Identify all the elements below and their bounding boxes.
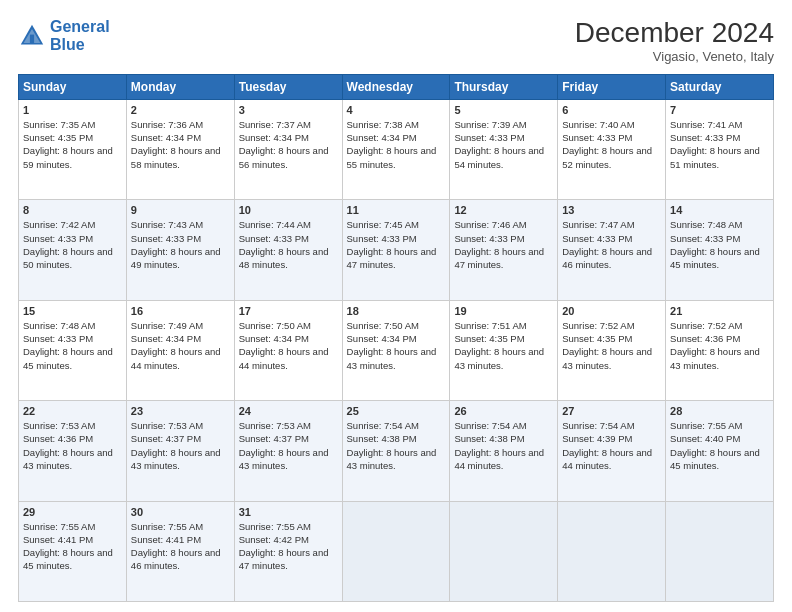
day-number: 18 (347, 305, 446, 317)
cell-text: Sunrise: 7:54 AMSunset: 4:38 PMDaylight:… (454, 420, 544, 471)
table-row: 23Sunrise: 7:53 AMSunset: 4:37 PMDayligh… (126, 401, 234, 501)
table-row: 29Sunrise: 7:55 AMSunset: 4:41 PMDayligh… (19, 501, 127, 601)
day-number: 31 (239, 506, 338, 518)
col-sunday: Sunday (19, 74, 127, 99)
table-row: 30Sunrise: 7:55 AMSunset: 4:41 PMDayligh… (126, 501, 234, 601)
table-row (666, 501, 774, 601)
table-row: 22Sunrise: 7:53 AMSunset: 4:36 PMDayligh… (19, 401, 127, 501)
table-row: 2Sunrise: 7:36 AMSunset: 4:34 PMDaylight… (126, 99, 234, 199)
cell-text: Sunrise: 7:55 AMSunset: 4:40 PMDaylight:… (670, 420, 760, 471)
day-number: 12 (454, 204, 553, 216)
cell-text: Sunrise: 7:55 AMSunset: 4:41 PMDaylight:… (23, 521, 113, 572)
table-row: 3Sunrise: 7:37 AMSunset: 4:34 PMDaylight… (234, 99, 342, 199)
day-number: 20 (562, 305, 661, 317)
cell-text: Sunrise: 7:35 AMSunset: 4:35 PMDaylight:… (23, 119, 113, 170)
cell-text: Sunrise: 7:54 AMSunset: 4:38 PMDaylight:… (347, 420, 437, 471)
title-block: December 2024 Vigasio, Veneto, Italy (575, 18, 774, 64)
table-row: 20Sunrise: 7:52 AMSunset: 4:35 PMDayligh… (558, 300, 666, 400)
day-number: 4 (347, 104, 446, 116)
table-row: 21Sunrise: 7:52 AMSunset: 4:36 PMDayligh… (666, 300, 774, 400)
calendar-header-row: Sunday Monday Tuesday Wednesday Thursday… (19, 74, 774, 99)
logo-line2: Blue (50, 36, 85, 53)
day-number: 3 (239, 104, 338, 116)
cell-text: Sunrise: 7:41 AMSunset: 4:33 PMDaylight:… (670, 119, 760, 170)
day-number: 16 (131, 305, 230, 317)
day-number: 19 (454, 305, 553, 317)
day-number: 10 (239, 204, 338, 216)
table-row: 31Sunrise: 7:55 AMSunset: 4:42 PMDayligh… (234, 501, 342, 601)
cell-text: Sunrise: 7:48 AMSunset: 4:33 PMDaylight:… (670, 219, 760, 270)
day-number: 30 (131, 506, 230, 518)
cell-text: Sunrise: 7:44 AMSunset: 4:33 PMDaylight:… (239, 219, 329, 270)
cell-text: Sunrise: 7:39 AMSunset: 4:33 PMDaylight:… (454, 119, 544, 170)
cell-text: Sunrise: 7:53 AMSunset: 4:36 PMDaylight:… (23, 420, 113, 471)
cell-text: Sunrise: 7:51 AMSunset: 4:35 PMDaylight:… (454, 320, 544, 371)
day-number: 27 (562, 405, 661, 417)
day-number: 5 (454, 104, 553, 116)
page: General Blue December 2024 Vigasio, Vene… (0, 0, 792, 612)
table-row: 1Sunrise: 7:35 AMSunset: 4:35 PMDaylight… (19, 99, 127, 199)
main-title: December 2024 (575, 18, 774, 49)
table-row: 6Sunrise: 7:40 AMSunset: 4:33 PMDaylight… (558, 99, 666, 199)
table-row: 18Sunrise: 7:50 AMSunset: 4:34 PMDayligh… (342, 300, 450, 400)
table-row: 15Sunrise: 7:48 AMSunset: 4:33 PMDayligh… (19, 300, 127, 400)
day-number: 28 (670, 405, 769, 417)
day-number: 1 (23, 104, 122, 116)
cell-text: Sunrise: 7:42 AMSunset: 4:33 PMDaylight:… (23, 219, 113, 270)
day-number: 6 (562, 104, 661, 116)
table-row: 5Sunrise: 7:39 AMSunset: 4:33 PMDaylight… (450, 99, 558, 199)
day-number: 9 (131, 204, 230, 216)
cell-text: Sunrise: 7:54 AMSunset: 4:39 PMDaylight:… (562, 420, 652, 471)
table-row: 26Sunrise: 7:54 AMSunset: 4:38 PMDayligh… (450, 401, 558, 501)
cell-text: Sunrise: 7:38 AMSunset: 4:34 PMDaylight:… (347, 119, 437, 170)
day-number: 25 (347, 405, 446, 417)
day-number: 15 (23, 305, 122, 317)
table-row (558, 501, 666, 601)
subtitle: Vigasio, Veneto, Italy (575, 49, 774, 64)
table-row: 24Sunrise: 7:53 AMSunset: 4:37 PMDayligh… (234, 401, 342, 501)
cell-text: Sunrise: 7:43 AMSunset: 4:33 PMDaylight:… (131, 219, 221, 270)
day-number: 14 (670, 204, 769, 216)
table-row: 4Sunrise: 7:38 AMSunset: 4:34 PMDaylight… (342, 99, 450, 199)
col-saturday: Saturday (666, 74, 774, 99)
table-row: 19Sunrise: 7:51 AMSunset: 4:35 PMDayligh… (450, 300, 558, 400)
day-number: 11 (347, 204, 446, 216)
day-number: 2 (131, 104, 230, 116)
day-number: 21 (670, 305, 769, 317)
table-row: 13Sunrise: 7:47 AMSunset: 4:33 PMDayligh… (558, 200, 666, 300)
table-row: 7Sunrise: 7:41 AMSunset: 4:33 PMDaylight… (666, 99, 774, 199)
table-row: 10Sunrise: 7:44 AMSunset: 4:33 PMDayligh… (234, 200, 342, 300)
table-row: 9Sunrise: 7:43 AMSunset: 4:33 PMDaylight… (126, 200, 234, 300)
table-row: 11Sunrise: 7:45 AMSunset: 4:33 PMDayligh… (342, 200, 450, 300)
day-number: 22 (23, 405, 122, 417)
cell-text: Sunrise: 7:52 AMSunset: 4:36 PMDaylight:… (670, 320, 760, 371)
table-row: 25Sunrise: 7:54 AMSunset: 4:38 PMDayligh… (342, 401, 450, 501)
col-wednesday: Wednesday (342, 74, 450, 99)
cell-text: Sunrise: 7:46 AMSunset: 4:33 PMDaylight:… (454, 219, 544, 270)
col-monday: Monday (126, 74, 234, 99)
table-row: 27Sunrise: 7:54 AMSunset: 4:39 PMDayligh… (558, 401, 666, 501)
table-row: 16Sunrise: 7:49 AMSunset: 4:34 PMDayligh… (126, 300, 234, 400)
cell-text: Sunrise: 7:48 AMSunset: 4:33 PMDaylight:… (23, 320, 113, 371)
cell-text: Sunrise: 7:55 AMSunset: 4:42 PMDaylight:… (239, 521, 329, 572)
table-row: 12Sunrise: 7:46 AMSunset: 4:33 PMDayligh… (450, 200, 558, 300)
col-friday: Friday (558, 74, 666, 99)
calendar-table: Sunday Monday Tuesday Wednesday Thursday… (18, 74, 774, 602)
logo-line1: General (50, 18, 110, 35)
cell-text: Sunrise: 7:53 AMSunset: 4:37 PMDaylight:… (239, 420, 329, 471)
cell-text: Sunrise: 7:49 AMSunset: 4:34 PMDaylight:… (131, 320, 221, 371)
logo: General Blue (18, 18, 110, 53)
col-tuesday: Tuesday (234, 74, 342, 99)
cell-text: Sunrise: 7:37 AMSunset: 4:34 PMDaylight:… (239, 119, 329, 170)
cell-text: Sunrise: 7:53 AMSunset: 4:37 PMDaylight:… (131, 420, 221, 471)
day-number: 13 (562, 204, 661, 216)
day-number: 26 (454, 405, 553, 417)
svg-rect-2 (30, 34, 34, 42)
logo-icon (18, 22, 46, 50)
cell-text: Sunrise: 7:45 AMSunset: 4:33 PMDaylight:… (347, 219, 437, 270)
day-number: 24 (239, 405, 338, 417)
logo-text: General Blue (50, 18, 110, 53)
day-number: 17 (239, 305, 338, 317)
cell-text: Sunrise: 7:50 AMSunset: 4:34 PMDaylight:… (347, 320, 437, 371)
cell-text: Sunrise: 7:40 AMSunset: 4:33 PMDaylight:… (562, 119, 652, 170)
